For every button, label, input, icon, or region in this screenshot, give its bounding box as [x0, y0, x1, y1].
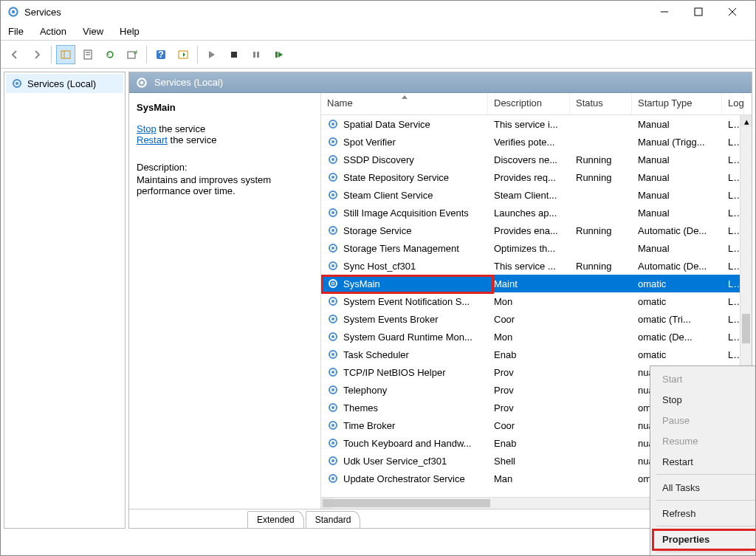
colh-description[interactable]: Description [488, 93, 570, 114]
gear-icon [327, 260, 339, 272]
description-pane: SysMain Stop the service Restart the ser… [129, 93, 321, 509]
colh-status[interactable]: Status [570, 93, 632, 114]
service-status-cell: Running [570, 154, 632, 165]
start-service-button[interactable] [202, 45, 221, 64]
scroll-thumb[interactable] [742, 314, 750, 343]
tab-extended[interactable]: Extended [247, 511, 304, 528]
service-row[interactable]: Storage Service Provides ena... Running … [321, 222, 752, 239]
service-desc-cell: Maint [488, 278, 570, 289]
pause-service-button[interactable] [247, 45, 266, 64]
service-name-cell: System Events Broker [343, 314, 439, 325]
service-startup-cell: Manual [632, 119, 722, 130]
svg-rect-6 [61, 51, 70, 58]
refresh-button[interactable] [100, 45, 120, 64]
service-row[interactable]: System Events Broker Coor omatic (Tri...… [321, 310, 752, 328]
service-row[interactable]: SSDP Discovery Discovers ne... Running M… [321, 151, 752, 168]
menu-file[interactable]: File [8, 26, 24, 37]
svg-text:?: ? [158, 49, 164, 60]
svg-rect-15 [231, 52, 237, 58]
gear-icon [327, 171, 339, 183]
service-row[interactable]: System Guard Runtime Mon... Mon omatic (… [321, 328, 752, 346]
window-title: Services [24, 7, 61, 18]
svg-point-28 [331, 158, 334, 161]
service-name-cell: Update Orchestrator Service [343, 473, 465, 484]
service-startup-cell: omatic (Tri... [632, 314, 722, 325]
gear-icon [327, 189, 339, 201]
service-desc-cell: Steam Client... [488, 190, 570, 201]
service-row[interactable]: Task Scheduler Enab omatic Loc [321, 346, 752, 363]
service-desc-cell: Discovers ne... [488, 154, 570, 165]
help-button[interactable]: ? [151, 45, 171, 64]
service-name-cell: TCP/IP NetBIOS Helper [343, 367, 445, 378]
service-row[interactable]: State Repository Service Provides req...… [321, 168, 752, 186]
scroll-up-button[interactable]: ▴ [740, 115, 752, 127]
colh-name[interactable]: Name [321, 93, 488, 114]
context-menu-item-restart[interactable]: Restart [650, 451, 756, 472]
tree-item-services-local[interactable]: Services (Local) [6, 74, 123, 93]
menu-action[interactable]: Action [40, 26, 66, 37]
scroll-thumb-h[interactable] [323, 499, 490, 507]
selected-service-name: SysMain [137, 102, 313, 113]
service-desc-cell: Enab [488, 349, 570, 360]
service-row[interactable]: System Event Notification S... Mon omati… [321, 292, 752, 310]
svg-rect-18 [275, 52, 278, 58]
svg-point-58 [331, 424, 334, 427]
restart-link[interactable]: Restart [137, 134, 168, 145]
service-startup-cell: omatic [632, 278, 722, 289]
service-desc-cell: Launches ap... [488, 207, 570, 219]
colh-startup[interactable]: Startup Type [632, 93, 722, 114]
column-headers: Name Description Status Startup Type Log [321, 93, 752, 115]
svg-point-40 [331, 264, 334, 267]
close-button[interactable] [715, 1, 749, 23]
service-row[interactable]: Steam Client Service Steam Client... Man… [321, 186, 752, 204]
properties-button[interactable] [78, 45, 97, 64]
context-menu-item-all-tasks[interactable]: All Tasks▸ [650, 477, 756, 498]
minimize-button[interactable] [647, 1, 681, 23]
unknown-button[interactable] [173, 45, 193, 64]
restart-service-button[interactable] [269, 45, 288, 64]
gear-icon [327, 242, 339, 254]
service-status-cell: Running [570, 261, 632, 272]
context-menu-item-properties[interactable]: Properties [650, 529, 756, 549]
show-hide-tree-button[interactable] [56, 45, 75, 64]
tab-standard[interactable]: Standard [306, 511, 361, 528]
colh-logon[interactable]: Log [722, 93, 744, 114]
context-menu-item-stop[interactable]: Stop [650, 389, 756, 410]
context-menu-sep [656, 500, 756, 501]
svg-rect-16 [253, 52, 255, 58]
service-row[interactable]: Sync Host_cf301 This service ... Running… [321, 257, 752, 275]
service-name-cell: State Repository Service [343, 172, 449, 183]
svg-point-60 [331, 442, 334, 445]
context-menu-item-refresh[interactable]: Refresh [650, 503, 756, 524]
description-label: Description: [137, 162, 313, 173]
export-button[interactable] [123, 45, 142, 64]
service-name-cell: System Event Notification S... [343, 296, 470, 307]
gear-icon [327, 366, 339, 378]
forward-button[interactable] [27, 45, 47, 64]
service-row[interactable]: Spot Verifier Verifies pote... Manual (T… [321, 133, 752, 151]
svg-point-38 [331, 247, 334, 250]
service-row[interactable]: Spatial Data Service This service i... M… [321, 115, 752, 133]
service-desc-cell: Shell [488, 456, 570, 467]
menu-view[interactable]: View [83, 26, 103, 37]
service-desc-cell: Provides req... [488, 172, 570, 183]
maximize-button[interactable] [681, 1, 715, 23]
svg-point-48 [331, 335, 334, 338]
service-row[interactable]: Still Image Acquisition Events Launches … [321, 204, 752, 222]
service-desc-cell: Prov [488, 385, 570, 396]
back-button[interactable] [5, 45, 24, 64]
menu-help[interactable]: Help [120, 26, 140, 37]
service-name-cell: Spatial Data Service [343, 119, 430, 130]
svg-point-44 [331, 300, 334, 303]
service-name-cell: Time Broker [343, 420, 395, 431]
context-menu: StartStopPauseResumeRestartAll Tasks▸Ref… [650, 365, 756, 556]
service-startup-cell: omatic [632, 349, 722, 360]
gear-icon [327, 295, 339, 307]
stop-service-button[interactable] [224, 45, 244, 64]
service-status-cell: Running [570, 172, 632, 183]
service-row[interactable]: Storage Tiers Management Optimizes th...… [321, 239, 752, 257]
service-row[interactable]: SysMain Maint omatic Loc [321, 275, 752, 292]
stop-link[interactable]: Stop [137, 123, 157, 134]
service-name-cell: Storage Service [343, 225, 412, 236]
service-name-cell: Spot Verifier [343, 137, 396, 148]
